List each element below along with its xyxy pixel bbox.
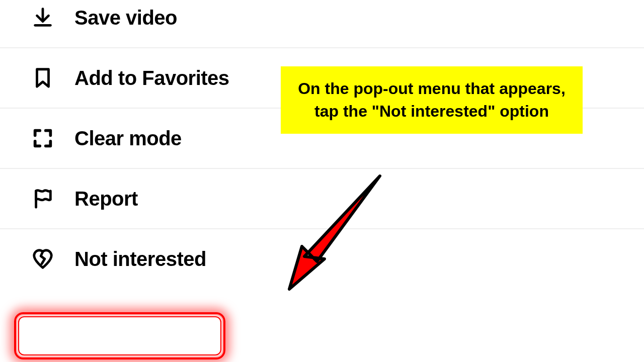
- download-icon: [30, 5, 55, 30]
- bookmark-icon: [30, 65, 55, 90]
- fullscreen-icon: [30, 126, 55, 151]
- callout-text: On the pop-out menu that appears, tap th…: [298, 79, 566, 120]
- menu-item-label: Report: [74, 188, 138, 210]
- popout-menu: Save video Add to Favorites Clear mode: [0, 0, 644, 289]
- instruction-callout: On the pop-out menu that appears, tap th…: [281, 66, 583, 134]
- menu-item-label: Clear mode: [74, 127, 182, 150]
- menu-item-label: Save video: [74, 7, 177, 29]
- highlight-box: [14, 312, 225, 359]
- report-option[interactable]: Report: [0, 169, 644, 229]
- flag-icon: [30, 186, 55, 211]
- menu-item-label: Add to Favorites: [74, 67, 229, 89]
- menu-item-label: Not interested: [74, 248, 206, 270]
- not-interested-option[interactable]: Not interested: [0, 229, 644, 289]
- broken-heart-icon: [30, 246, 55, 272]
- save-video-option[interactable]: Save video: [0, 0, 644, 48]
